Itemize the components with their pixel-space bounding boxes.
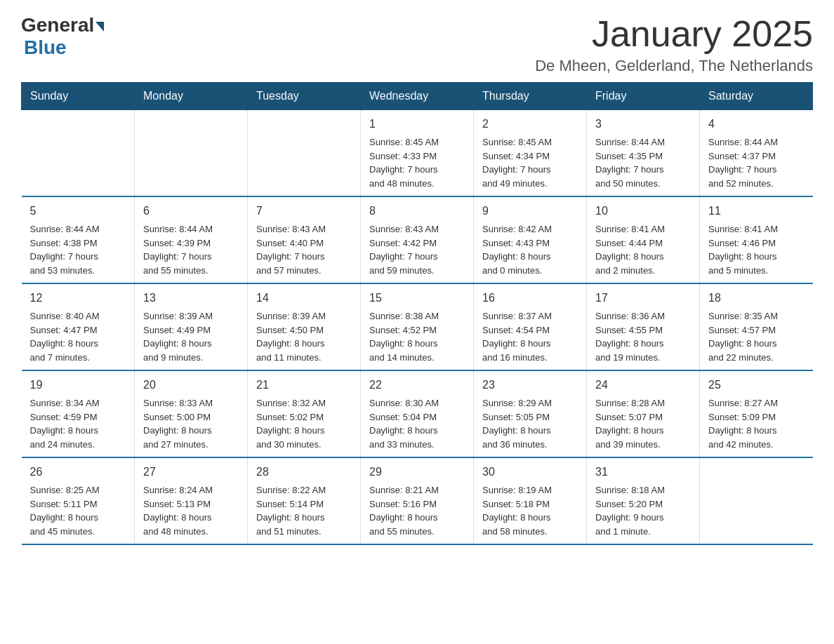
calendar-cell: 10Sunrise: 8:41 AM Sunset: 4:44 PM Dayli… [587, 196, 700, 283]
day-info: Sunrise: 8:43 AM Sunset: 4:42 PM Dayligh… [369, 222, 465, 277]
day-number: 19 [30, 377, 126, 394]
day-info: Sunrise: 8:42 AM Sunset: 4:43 PM Dayligh… [482, 222, 578, 277]
day-number: 2 [482, 116, 578, 133]
day-info: Sunrise: 8:35 AM Sunset: 4:57 PM Dayligh… [708, 309, 805, 364]
day-number: 26 [30, 464, 126, 481]
day-number: 23 [482, 377, 578, 394]
day-info: Sunrise: 8:19 AM Sunset: 5:18 PM Dayligh… [482, 483, 578, 538]
subtitle: De Mheen, Gelderland, The Netherlands [535, 57, 813, 75]
day-info: Sunrise: 8:41 AM Sunset: 4:46 PM Dayligh… [708, 222, 805, 277]
calendar-cell: 17Sunrise: 8:36 AM Sunset: 4:55 PM Dayli… [587, 283, 700, 370]
calendar-header-row: SundayMondayTuesdayWednesdayThursdayFrid… [22, 83, 813, 110]
calendar-cell: 1Sunrise: 8:45 AM Sunset: 4:33 PM Daylig… [361, 110, 474, 197]
day-info: Sunrise: 8:37 AM Sunset: 4:54 PM Dayligh… [482, 309, 578, 364]
calendar-cell: 22Sunrise: 8:30 AM Sunset: 5:04 PM Dayli… [361, 370, 474, 457]
calendar-cell: 5Sunrise: 8:44 AM Sunset: 4:38 PM Daylig… [22, 196, 135, 283]
calendar-week-row: 26Sunrise: 8:25 AM Sunset: 5:11 PM Dayli… [22, 457, 813, 544]
day-number: 12 [30, 290, 126, 307]
logo-arrow-icon [95, 22, 104, 32]
logo-text: General [21, 14, 105, 36]
day-number: 11 [708, 203, 805, 220]
calendar-cell: 13Sunrise: 8:39 AM Sunset: 4:49 PM Dayli… [135, 283, 248, 370]
day-number: 22 [369, 377, 465, 394]
day-info: Sunrise: 8:44 AM Sunset: 4:38 PM Dayligh… [30, 222, 126, 277]
weekday-header-monday: Monday [135, 83, 248, 110]
logo-general: General [21, 14, 94, 36]
calendar-cell: 8Sunrise: 8:43 AM Sunset: 4:42 PM Daylig… [361, 196, 474, 283]
calendar-cell: 23Sunrise: 8:29 AM Sunset: 5:05 PM Dayli… [474, 370, 587, 457]
day-info: Sunrise: 8:21 AM Sunset: 5:16 PM Dayligh… [369, 483, 465, 538]
day-number: 5 [30, 203, 126, 220]
day-number: 28 [256, 464, 352, 481]
weekday-header-thursday: Thursday [474, 83, 587, 110]
day-number: 16 [482, 290, 578, 307]
calendar-cell [700, 457, 813, 544]
weekday-header-wednesday: Wednesday [361, 83, 474, 110]
calendar-cell: 7Sunrise: 8:43 AM Sunset: 4:40 PM Daylig… [248, 196, 361, 283]
day-info: Sunrise: 8:30 AM Sunset: 5:04 PM Dayligh… [369, 396, 465, 451]
calendar-cell [22, 110, 135, 197]
day-info: Sunrise: 8:45 AM Sunset: 4:34 PM Dayligh… [482, 135, 578, 190]
calendar-cell: 9Sunrise: 8:42 AM Sunset: 4:43 PM Daylig… [474, 196, 587, 283]
day-info: Sunrise: 8:22 AM Sunset: 5:14 PM Dayligh… [256, 483, 352, 538]
day-info: Sunrise: 8:45 AM Sunset: 4:33 PM Dayligh… [369, 135, 465, 190]
logo: General Blue [21, 14, 105, 59]
calendar-cell: 29Sunrise: 8:21 AM Sunset: 5:16 PM Dayli… [361, 457, 474, 544]
day-number: 10 [595, 203, 691, 220]
calendar-cell: 20Sunrise: 8:33 AM Sunset: 5:00 PM Dayli… [135, 370, 248, 457]
day-info: Sunrise: 8:39 AM Sunset: 4:50 PM Dayligh… [256, 309, 352, 364]
calendar-cell: 24Sunrise: 8:28 AM Sunset: 5:07 PM Dayli… [587, 370, 700, 457]
page-header: General Blue January 2025 De Mheen, Geld… [21, 14, 813, 75]
day-number: 4 [708, 116, 805, 133]
day-info: Sunrise: 8:32 AM Sunset: 5:02 PM Dayligh… [256, 396, 352, 451]
day-info: Sunrise: 8:38 AM Sunset: 4:52 PM Dayligh… [369, 309, 465, 364]
calendar-cell [248, 110, 361, 197]
day-number: 24 [595, 377, 691, 394]
day-number: 9 [482, 203, 578, 220]
calendar-week-row: 5Sunrise: 8:44 AM Sunset: 4:38 PM Daylig… [22, 196, 813, 283]
main-title: January 2025 [535, 14, 813, 54]
day-info: Sunrise: 8:33 AM Sunset: 5:00 PM Dayligh… [143, 396, 239, 451]
calendar-cell: 12Sunrise: 8:40 AM Sunset: 4:47 PM Dayli… [22, 283, 135, 370]
calendar-cell: 27Sunrise: 8:24 AM Sunset: 5:13 PM Dayli… [135, 457, 248, 544]
weekday-header-saturday: Saturday [700, 83, 813, 110]
calendar-cell: 6Sunrise: 8:44 AM Sunset: 4:39 PM Daylig… [135, 196, 248, 283]
day-info: Sunrise: 8:29 AM Sunset: 5:05 PM Dayligh… [482, 396, 578, 451]
day-info: Sunrise: 8:18 AM Sunset: 5:20 PM Dayligh… [595, 483, 691, 538]
day-number: 6 [143, 203, 239, 220]
day-number: 21 [256, 377, 352, 394]
day-number: 15 [369, 290, 465, 307]
day-number: 14 [256, 290, 352, 307]
day-number: 31 [595, 464, 691, 481]
day-number: 17 [595, 290, 691, 307]
day-info: Sunrise: 8:39 AM Sunset: 4:49 PM Dayligh… [143, 309, 239, 364]
day-info: Sunrise: 8:44 AM Sunset: 4:39 PM Dayligh… [143, 222, 239, 277]
day-number: 8 [369, 203, 465, 220]
calendar-cell: 11Sunrise: 8:41 AM Sunset: 4:46 PM Dayli… [700, 196, 813, 283]
calendar-cell: 25Sunrise: 8:27 AM Sunset: 5:09 PM Dayli… [700, 370, 813, 457]
calendar-cell: 16Sunrise: 8:37 AM Sunset: 4:54 PM Dayli… [474, 283, 587, 370]
logo-blue-text: Blue [24, 36, 67, 59]
day-number: 27 [143, 464, 239, 481]
calendar-cell: 28Sunrise: 8:22 AM Sunset: 5:14 PM Dayli… [248, 457, 361, 544]
calendar-cell: 3Sunrise: 8:44 AM Sunset: 4:35 PM Daylig… [587, 110, 700, 197]
calendar-cell: 18Sunrise: 8:35 AM Sunset: 4:57 PM Dayli… [700, 283, 813, 370]
day-info: Sunrise: 8:43 AM Sunset: 4:40 PM Dayligh… [256, 222, 352, 277]
calendar-cell [135, 110, 248, 197]
day-number: 29 [369, 464, 465, 481]
calendar-week-row: 12Sunrise: 8:40 AM Sunset: 4:47 PM Dayli… [22, 283, 813, 370]
day-info: Sunrise: 8:28 AM Sunset: 5:07 PM Dayligh… [595, 396, 691, 451]
day-number: 30 [482, 464, 578, 481]
day-info: Sunrise: 8:24 AM Sunset: 5:13 PM Dayligh… [143, 483, 239, 538]
day-info: Sunrise: 8:44 AM Sunset: 4:35 PM Dayligh… [595, 135, 691, 190]
day-number: 1 [369, 116, 465, 133]
day-info: Sunrise: 8:44 AM Sunset: 4:37 PM Dayligh… [708, 135, 805, 190]
day-info: Sunrise: 8:41 AM Sunset: 4:44 PM Dayligh… [595, 222, 691, 277]
day-number: 18 [708, 290, 805, 307]
calendar-cell: 21Sunrise: 8:32 AM Sunset: 5:02 PM Dayli… [248, 370, 361, 457]
calendar-cell: 26Sunrise: 8:25 AM Sunset: 5:11 PM Dayli… [22, 457, 135, 544]
calendar-week-row: 19Sunrise: 8:34 AM Sunset: 4:59 PM Dayli… [22, 370, 813, 457]
title-block: January 2025 De Mheen, Gelderland, The N… [535, 14, 813, 75]
weekday-header-sunday: Sunday [22, 83, 135, 110]
day-number: 13 [143, 290, 239, 307]
